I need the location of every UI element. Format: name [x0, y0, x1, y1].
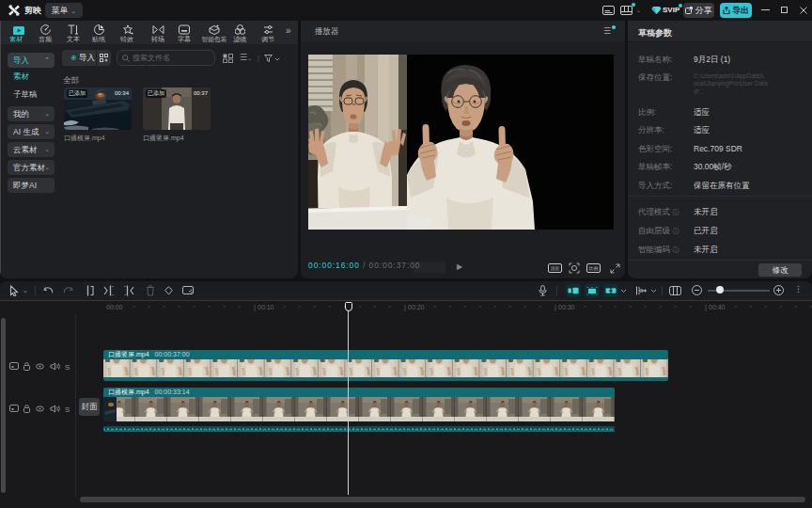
svg-text:|: | [554, 304, 556, 311]
svg-text:00:20: 00:20 [408, 304, 425, 310]
svg-text:|: | [705, 304, 707, 311]
svg-text:|: | [404, 304, 406, 311]
svg-text:S: S [65, 363, 70, 372]
svg-text:S: S [65, 405, 70, 414]
svg-text:|: | [254, 304, 256, 311]
svg-text:00:00: 00:00 [106, 304, 123, 310]
svg-text:00:10: 00:10 [258, 304, 274, 310]
svg-text:00:30: 00:30 [558, 304, 575, 310]
svg-text:00:40: 00:40 [709, 304, 726, 310]
